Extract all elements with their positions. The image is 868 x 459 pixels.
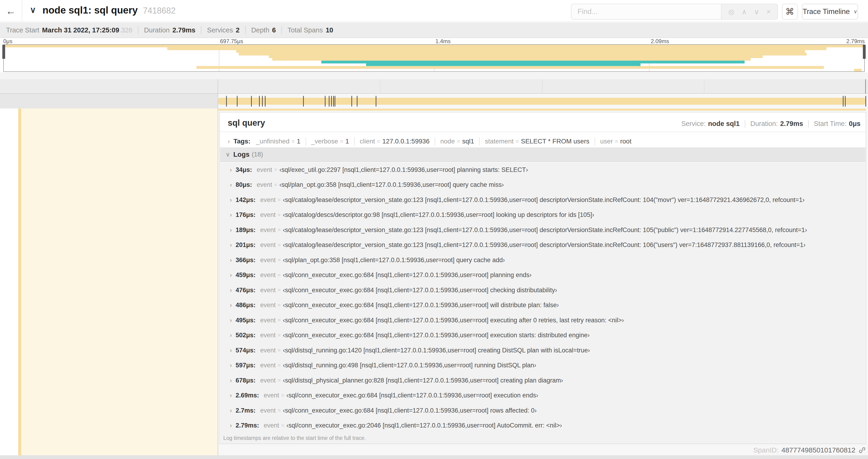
match-case-icon[interactable]: ◎: [728, 8, 735, 16]
log-expander-icon[interactable]: ›: [230, 347, 232, 354]
detail-row-name-column[interactable]: [21, 108, 218, 455]
log-row[interactable]: ›486μs:event=‹sql/conn_executor_exec.go:…: [220, 298, 865, 313]
link-icon[interactable]: [858, 446, 866, 454]
log-expander-icon[interactable]: ›: [230, 407, 232, 414]
trace-collapse-caret-icon[interactable]: ∨: [30, 5, 36, 15]
tags-expander-icon[interactable]: ›: [228, 138, 230, 145]
horizontal-scrollbar-track[interactable]: [0, 455, 868, 459]
log-row[interactable]: ›495μs:event=‹sql/conn_executor_exec.go:…: [220, 313, 865, 328]
log-row[interactable]: ›678μs:event=‹sql/distsql_physical_plann…: [220, 373, 865, 388]
span-bar-row[interactable]: [218, 94, 868, 108]
trace-minimap[interactable]: [3, 44, 865, 72]
divider: [745, 120, 745, 128]
tag-pill[interactable]: _unfinished=1: [256, 138, 300, 145]
logs-accordion-header[interactable]: ∨ Logs (18): [220, 147, 865, 162]
span-id-value: 4877749850101760812: [781, 446, 856, 454]
log-expander-icon[interactable]: ›: [230, 332, 232, 339]
next-result-icon[interactable]: ∨: [754, 8, 759, 16]
meta-value: 0μs: [849, 120, 861, 128]
minimap-span-bar: [4, 45, 864, 47]
span-duration-bar[interactable]: [218, 98, 866, 105]
equals-sign: =: [278, 197, 281, 203]
log-row[interactable]: ›34μs:event=‹sql/exec_util.go:2297 [nsql…: [220, 162, 865, 177]
log-timestamp: 80μs:: [236, 181, 252, 189]
log-row[interactable]: ›189μs:event=‹sql/catalog/lease/descript…: [220, 223, 865, 238]
tag-value: root: [620, 138, 631, 145]
log-timestamp: 459μs:: [236, 271, 256, 279]
log-expander-icon[interactable]: ›: [230, 287, 232, 294]
log-field-name: event: [257, 181, 272, 189]
log-marker-tick: [303, 96, 304, 107]
log-expander-icon[interactable]: ›: [230, 302, 232, 309]
log-expander-icon[interactable]: ›: [230, 377, 232, 384]
log-row[interactable]: ›176μs:event=‹sql/catalog/descs/descript…: [220, 207, 865, 223]
tag-value: 1: [345, 138, 349, 145]
back-arrow-icon: ←: [6, 5, 16, 17]
minimap-tick-label: 0μs: [3, 38, 12, 44]
minimap-left-scrubber[interactable]: [2, 45, 5, 59]
view-selector-button[interactable]: Trace Timeline ∨: [802, 4, 858, 20]
log-expander-icon[interactable]: ›: [230, 317, 232, 324]
equals-sign: =: [278, 287, 281, 293]
clear-find-icon[interactable]: ×: [767, 8, 771, 15]
log-expander-icon[interactable]: ›: [230, 226, 232, 234]
log-row[interactable]: ›142μs:event=‹sql/catalog/lease/descript…: [220, 192, 865, 207]
minimap-span-bar: [236, 50, 805, 53]
tag-pill[interactable]: _verbose=1: [311, 138, 349, 145]
tag-pill[interactable]: user=root: [600, 138, 631, 145]
log-expander-icon[interactable]: ›: [230, 422, 232, 429]
tag-pill[interactable]: node=sql1: [440, 138, 474, 145]
equals-sign: =: [278, 302, 281, 308]
tags-row[interactable]: › Tags: _unfinished=1_verbose=1client=12…: [228, 136, 860, 147]
equals-sign: =: [615, 138, 618, 144]
keyboard-shortcuts-button[interactable]: ⌘: [782, 4, 798, 20]
total-spans-value: 10: [326, 26, 333, 34]
log-expander-icon[interactable]: ›: [230, 362, 232, 369]
log-row[interactable]: ›201μs:event=‹sql/catalog/lease/descript…: [220, 238, 865, 253]
log-expander-icon[interactable]: ›: [230, 211, 232, 219]
log-row[interactable]: ›502μs:event=‹sql/conn_executor_exec.go:…: [220, 328, 865, 343]
minimap-tick-label: 1.4ms: [435, 38, 451, 44]
trace-start: Trace Start March 31 2022, 17:25:09 .326: [6, 26, 132, 34]
column-divider[interactable]: [218, 79, 218, 455]
trace-start-value: March 31 2022, 17:25:09: [42, 26, 119, 34]
chevron-down-icon: ∨: [854, 9, 857, 15]
equals-sign: =: [278, 362, 281, 368]
log-marker-tick: [333, 96, 334, 107]
equals-sign: =: [278, 407, 281, 414]
log-expander-icon[interactable]: ›: [230, 271, 232, 279]
log-field-name: event: [260, 347, 276, 354]
prev-result-icon[interactable]: ∧: [742, 8, 747, 16]
log-timestamp: 2.69ms:: [236, 392, 259, 399]
tag-key: statement: [485, 138, 514, 145]
log-row[interactable]: ›2.79ms:event=‹sql/conn_executor_exec.go…: [220, 418, 865, 433]
log-marker-tick: [376, 96, 376, 107]
log-value: ‹sql/distsql_running.go:1420 [nsql1,clie…: [283, 347, 590, 354]
log-row[interactable]: ›476μs:event=‹sql/conn_executor_exec.go:…: [220, 283, 865, 298]
log-expander-icon[interactable]: ›: [230, 241, 232, 249]
minimap-right-scrubber[interactable]: [863, 45, 866, 59]
log-row[interactable]: ›459μs:event=‹sql/conn_executor_exec.go:…: [220, 268, 865, 283]
span-id-label: SpanID:: [753, 446, 779, 454]
log-expander-icon[interactable]: ›: [230, 166, 232, 173]
span-row-name-column[interactable]: ∨ node sql1sql query: [0, 94, 218, 108]
back-button[interactable]: ←: [0, 0, 22, 22]
log-value: ‹sql/distsql_running.go:498 [nsql1,clien…: [283, 362, 536, 369]
tag-pill[interactable]: client=127.0.0.1:59936: [360, 138, 430, 145]
log-expander-icon[interactable]: ›: [230, 196, 232, 204]
find-input[interactable]: [578, 7, 708, 16]
log-row[interactable]: ›80μs:event=‹sql/plan_opt.go:358 [nsql1,…: [220, 177, 865, 193]
tag-key: _unfinished: [256, 138, 289, 145]
tag-pill[interactable]: statement=SELECT * FROM users: [485, 138, 589, 145]
equals-sign: =: [278, 378, 281, 384]
log-row[interactable]: ›597μs:event=‹sql/distsql_running.go:498…: [220, 358, 865, 373]
log-value: ‹sql/catalog/lease/descriptor_version_st…: [283, 241, 805, 249]
log-expander-icon[interactable]: ›: [230, 392, 232, 399]
log-expander-icon[interactable]: ›: [230, 181, 232, 189]
log-row[interactable]: ›366μs:event=‹sql/plan_opt.go:358 [nsql1…: [220, 253, 865, 268]
log-row[interactable]: ›2.69ms:event=‹sql/conn_executor_exec.go…: [220, 388, 865, 403]
log-field-name: event: [264, 422, 279, 429]
log-expander-icon[interactable]: ›: [230, 257, 232, 264]
log-row[interactable]: ›574μs:event=‹sql/distsql_running.go:142…: [220, 343, 865, 358]
log-row[interactable]: ›2.7ms:event=‹sql/conn_executor_exec.go:…: [220, 403, 865, 418]
